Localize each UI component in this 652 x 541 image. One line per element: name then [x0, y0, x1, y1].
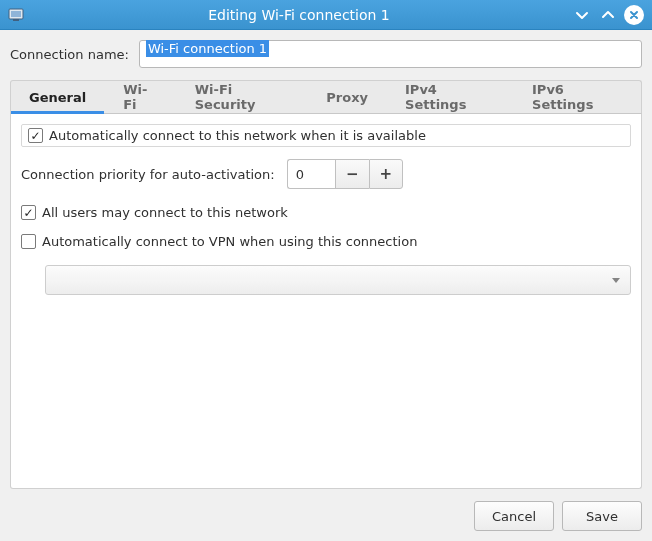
button-label: Save: [586, 509, 618, 524]
tab-label: Wi-Fi: [123, 82, 158, 112]
priority-spin: 0 − +: [287, 159, 403, 189]
svg-rect-2: [13, 19, 19, 21]
vpn-combo[interactable]: [45, 265, 631, 295]
tab-general[interactable]: General: [11, 81, 105, 113]
connection-name-label: Connection name:: [10, 47, 129, 62]
tab-label: Proxy: [326, 90, 368, 105]
auto-connect-label: Automatically connect to this network wh…: [49, 128, 426, 143]
minus-icon: −: [346, 165, 359, 183]
svg-rect-1: [11, 11, 21, 17]
connection-name-input[interactable]: Wi-Fi connection 1: [139, 40, 642, 68]
save-button[interactable]: Save: [562, 501, 642, 531]
all-users-row: All users may connect to this network: [21, 205, 631, 220]
auto-connect-row: Automatically connect to this network wh…: [21, 124, 631, 147]
tab-panel-general: Automatically connect to this network wh…: [10, 114, 642, 489]
connection-name-value: Wi-Fi connection 1: [146, 40, 269, 57]
tab-proxy[interactable]: Proxy: [308, 81, 387, 113]
tabbar: General Wi-Fi Wi-Fi Security Proxy IPv4 …: [10, 80, 642, 114]
priority-increment[interactable]: +: [369, 159, 403, 189]
button-label: Cancel: [492, 509, 536, 524]
network-editor-icon: [6, 5, 26, 25]
cancel-button[interactable]: Cancel: [474, 501, 554, 531]
auto-vpn-row: Automatically connect to VPN when using …: [21, 234, 631, 249]
tab-label: IPv6 Settings: [532, 82, 622, 112]
all-users-checkbox[interactable]: [21, 205, 36, 220]
tab-wifi[interactable]: Wi-Fi: [105, 81, 177, 113]
priority-decrement[interactable]: −: [335, 159, 369, 189]
priority-value[interactable]: 0: [287, 159, 335, 189]
priority-row: Connection priority for auto-activation:…: [21, 159, 631, 189]
tab-ipv6-settings[interactable]: IPv6 Settings: [514, 81, 641, 113]
all-users-label: All users may connect to this network: [42, 205, 288, 220]
dialog-buttons: Cancel Save: [10, 501, 642, 531]
tab-label: General: [29, 90, 86, 105]
auto-vpn-label: Automatically connect to VPN when using …: [42, 234, 417, 249]
window-controls: [572, 5, 644, 25]
close-button[interactable]: [624, 5, 644, 25]
maximize-button[interactable]: [598, 5, 618, 25]
titlebar[interactable]: Editing Wi-Fi connection 1: [0, 0, 652, 30]
auto-vpn-checkbox[interactable]: [21, 234, 36, 249]
plus-icon: +: [379, 165, 392, 183]
tab-ipv4-settings[interactable]: IPv4 Settings: [387, 81, 514, 113]
priority-label: Connection priority for auto-activation:: [21, 167, 275, 182]
window-title: Editing Wi-Fi connection 1: [26, 7, 572, 23]
tab-label: Wi-Fi Security: [195, 82, 290, 112]
connection-name-row: Connection name: Wi-Fi connection 1: [10, 40, 642, 68]
tab-label: IPv4 Settings: [405, 82, 495, 112]
minimize-button[interactable]: [572, 5, 592, 25]
auto-connect-checkbox[interactable]: [28, 128, 43, 143]
chevron-down-icon: [612, 278, 620, 283]
tab-wifi-security[interactable]: Wi-Fi Security: [177, 81, 309, 113]
